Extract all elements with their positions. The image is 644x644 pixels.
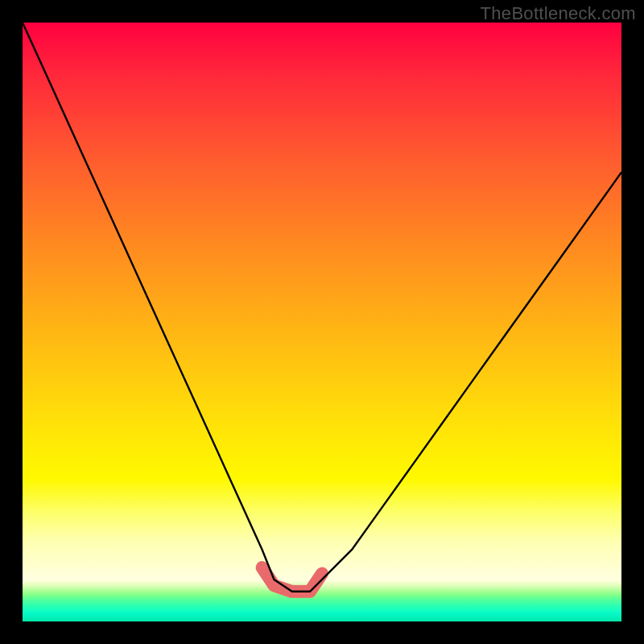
watermark-text: TheBottleneck.com [481,3,636,24]
plot-area [23,23,621,621]
bottleneck-line [23,23,621,592]
curve-svg [23,23,621,621]
frame: TheBottleneck.com [0,0,644,644]
